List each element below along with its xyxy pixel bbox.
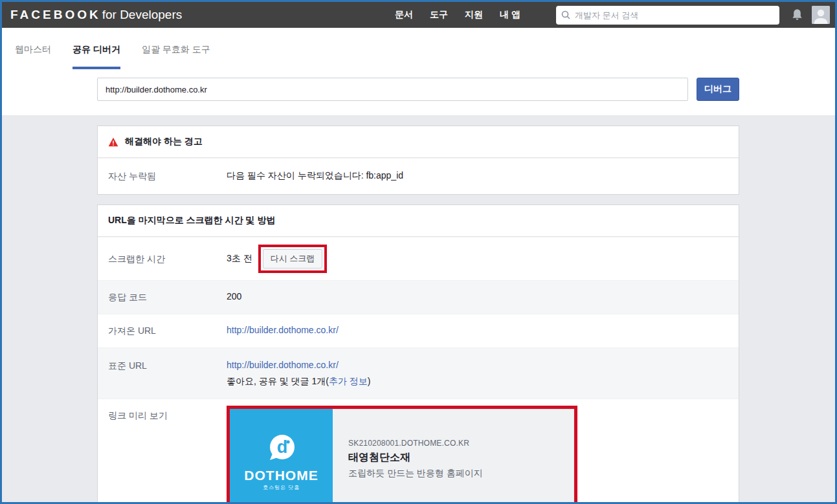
nav-item-docs[interactable]: 문서 [395,9,413,21]
nav-item-tools[interactable]: 도구 [430,9,448,21]
rescrape-annotation-box: 다시 스크랩 [258,245,328,273]
canonical-url-link[interactable]: http://builder.dothome.co.kr/ [227,360,339,370]
warnings-card: 해결해야 하는 경고 자산 누락됨 다음 필수 자산이 누락되었습니다: fb:… [97,126,739,195]
fetched-url-row: 가져온 URL http://builder.dothome.co.kr/ [98,314,739,347]
dothome-logo-text: DOTHOME [244,468,318,483]
canonical-url-label: 표준 URL [108,360,227,388]
facebook-developers-logo[interactable]: FACEBOOK for Developers [10,8,182,22]
link-preview-label: 링크 미리 보기 [108,410,227,504]
engagement-text-suffix: ) [368,376,371,386]
logo-facebook-text: FACEBOOK [10,8,101,22]
debug-button[interactable]: 디버그 [697,78,739,101]
debug-form: 디버그 [2,69,835,115]
tab-webmaster[interactable]: 웹마스터 [15,38,51,69]
results-area: 해결해야 하는 경고 자산 누락됨 다음 필수 자산이 누락되었습니다: fb:… [2,115,835,504]
dothome-logo-subtext: 호스팅은 닷홈 [263,484,300,491]
preview-domain: SK210208001.DOTHOME.CO.KR [348,439,574,448]
missing-properties-row: 자산 누락됨 다음 필수 자산이 누락되었습니다: fb:app_id [98,158,739,194]
docs-search-box [556,6,779,25]
preview-text-panel[interactable]: SK210208001.DOTHOME.CO.KR 태영첨단소재 조립하듯 만드… [333,409,574,504]
preview-image[interactable]: d DOTHOME 호스팅은 닷홈 [230,409,333,504]
scrape-info-card: URL을 마지막으로 스크랩한 시간 및 방법 스크랩한 시간 3초 전 다시 … [97,204,739,504]
fetched-url-label: 가져온 URL [108,325,227,337]
navbar-menu: 문서 도구 지원 내 앱 [395,9,520,21]
notifications-bell-icon[interactable] [790,8,804,21]
nav-item-my-apps[interactable]: 내 앱 [500,9,520,21]
canonical-url-row: 표준 URL http://builder.dothome.co.kr/ 좋아요… [98,347,739,399]
missing-properties-value: 다음 필수 자산이 누락되었습니다: fb:app_id [227,170,728,182]
response-code-value: 200 [227,291,728,303]
tool-tabs: 웹마스터 공유 디버거 일괄 무효화 도구 [2,38,835,69]
preview-description: 조립하듯 만드는 반응형 홈페이지 [348,468,574,479]
scraped-time-label: 스크랩한 시간 [108,253,227,265]
response-code-row: 응답 코드 200 [98,280,739,314]
more-info-link[interactable]: 추가 정보 [329,376,368,386]
preview-title: 태영첨단소재 [348,451,574,465]
warnings-card-header: 해결해야 하는 경고 [98,126,739,158]
warnings-card-title: 해결해야 하는 경고 [125,136,203,148]
top-navbar: FACEBOOK for Developers 문서 도구 지원 내 앱 [2,2,835,28]
response-code-label: 응답 코드 [108,291,227,303]
user-avatar[interactable] [812,6,830,24]
scraped-time-value: 3초 전 [227,253,252,265]
warning-triangle-icon [108,137,118,147]
logo-for-developers-text: for Developers [102,8,183,22]
link-preview-annotation-box: d DOTHOME 호스팅은 닷홈 SK210208001.DOTHOME.CO… [227,406,577,504]
search-input[interactable] [575,6,774,25]
svg-text:d: d [276,437,287,457]
scrape-again-button[interactable]: 다시 스크랩 [263,249,323,268]
engagement-line: 좋아요, 공유 및 댓글 1개(추가 정보) [227,376,728,388]
scrape-card-title: URL을 마지막으로 스크랩한 시간 및 방법 [108,215,275,226]
scraped-time-row: 스크랩한 시간 3초 전 다시 스크랩 [98,237,739,280]
search-icon [561,10,570,19]
nav-item-support[interactable]: 지원 [465,9,483,21]
engagement-text: 좋아요, 공유 및 댓글 1개( [227,376,329,386]
dothome-logo-icon: d [263,430,300,466]
header-zone: 웹마스터 공유 디버거 일괄 무효화 도구 디버그 [2,28,835,115]
tab-sharing-debugger[interactable]: 공유 디버거 [73,38,120,69]
url-input[interactable] [97,78,688,101]
link-preview-row: 링크 미리 보기 d DOTHOME 호스팅은 닷홈 SK2 [98,399,739,504]
fetched-url-link[interactable]: http://builder.dothome.co.kr/ [227,325,339,335]
tab-batch-invalidator[interactable]: 일괄 무효화 도구 [142,38,210,69]
missing-properties-label: 자산 누락됨 [108,170,227,182]
scrape-card-header: URL을 마지막으로 스크랩한 시간 및 방법 [98,205,739,237]
